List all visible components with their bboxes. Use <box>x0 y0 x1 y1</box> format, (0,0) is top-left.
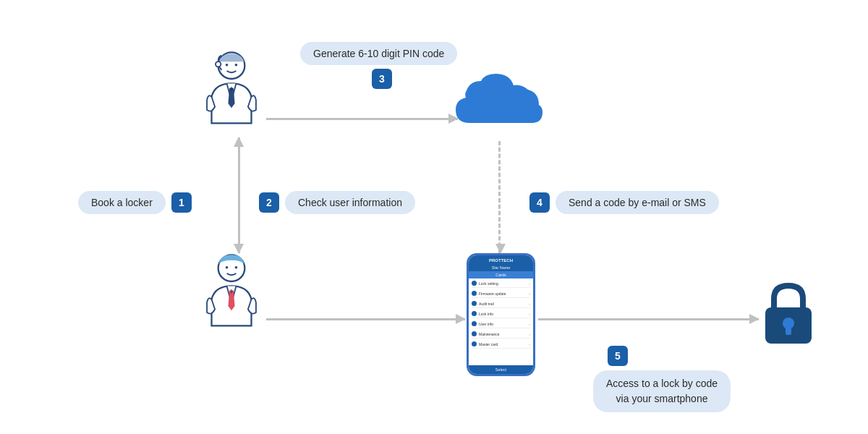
step4-bubble: Send a code by e-mail or SMS <box>556 191 719 214</box>
phone-menu-item: Audit trail › <box>472 301 530 308</box>
phone-menu-item: Lock info › <box>472 311 530 318</box>
phone-mockup: PROTTECH Site Name Cards Lock setting › … <box>467 253 535 376</box>
arrow-admin-to-cloud <box>266 118 458 120</box>
svg-point-5 <box>226 266 229 269</box>
step1-container: Book a locker 1 <box>78 191 192 214</box>
phone-section: Site Name <box>469 264 533 271</box>
step2-bubble: Check user information <box>285 191 415 214</box>
arrow-user-to-phone <box>266 318 465 320</box>
vertical-arrow <box>238 137 240 253</box>
phone-menu-item: Maintenance › <box>472 331 530 339</box>
phone-bottom-button: Select <box>469 365 533 374</box>
svg-rect-9 <box>786 326 791 335</box>
svg-point-2 <box>235 64 238 67</box>
step5-badge: 5 <box>608 346 628 366</box>
phone-app-name: PROTTECH <box>469 255 533 264</box>
arrow-phone-to-lock <box>538 318 759 320</box>
dashed-arrow-cloud-to-phone <box>498 141 501 253</box>
cloud-icon <box>448 65 550 140</box>
phone-menu-item: Firmware update › <box>472 291 530 298</box>
phone-tab: Cards <box>469 271 533 278</box>
phone-menu-item: Master card › <box>472 341 530 349</box>
svg-point-6 <box>235 266 238 269</box>
step1-bubble: Book a locker <box>78 191 166 214</box>
step3-bubble: Generate 6-10 digit PIN code <box>300 42 457 65</box>
step4-badge: 4 <box>529 192 550 213</box>
step4-container: 4 Send a code by e-mail or SMS <box>529 191 719 214</box>
phone-menu-item: Lock setting › <box>472 281 530 288</box>
step3-container: Generate 6-10 digit PIN code <box>300 42 457 65</box>
diagram-container: PROTTECH Site Name Cards Lock setting › … <box>0 0 868 434</box>
step3-badge: 3 <box>372 69 392 89</box>
admin-person <box>199 47 264 127</box>
step5-container: 5 Access to a lock by code via your smar… <box>593 346 731 412</box>
svg-point-3 <box>216 61 221 67</box>
step3-badge-container: 3 <box>372 69 392 89</box>
phone-menu: Lock setting › Firmware update › Audit t… <box>469 278 533 365</box>
step2-container: 2 Check user information <box>259 191 415 214</box>
step1-badge: 1 <box>171 192 192 213</box>
lock-icon <box>760 278 817 350</box>
step2-badge: 2 <box>259 192 279 213</box>
svg-point-1 <box>226 64 229 67</box>
user-person <box>199 250 264 329</box>
phone-menu-item: User info › <box>472 321 530 328</box>
step5-bubble: Access to a lock by code via your smartp… <box>593 370 731 412</box>
